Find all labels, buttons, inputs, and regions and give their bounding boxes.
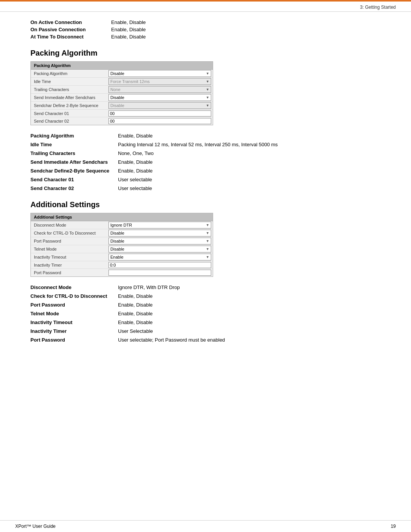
input-inactivity-timer[interactable]: 0:0 <box>108 262 211 268</box>
desc-row-port-password2-desc: Port Password User selectable; Port Pass… <box>30 337 381 343</box>
select-sendchar-define[interactable]: Disable ▼ <box>108 102 211 109</box>
input-port-password[interactable] <box>108 270 211 276</box>
select-port-password-value: Disable <box>110 239 124 243</box>
select-trailing-chars[interactable]: None ▼ <box>108 86 211 93</box>
form-label-send-char-02: Send Character 02 <box>31 118 107 124</box>
page-footer: XPort™ User Guide 19 <box>0 520 411 532</box>
desc-value-packing-algo: Enable, Disable <box>118 133 153 139</box>
additional-settings-form: Additional Settings Disconnect Mode Igno… <box>30 213 213 277</box>
additional-settings-desc-list: Disconnect Mode Ignore DTR, With DTR Dro… <box>30 284 381 343</box>
select-send-immediate-value: Disable <box>110 95 124 100</box>
select-telnet-mode[interactable]: Disable ▼ <box>108 246 211 252</box>
desc-label-inactivity-timeout-desc: Inactivity Timeout <box>30 320 114 325</box>
select-idle-time[interactable]: Force Transmit 12ms ▼ <box>108 78 211 85</box>
form-control-trailing-chars[interactable]: None ▼ <box>107 86 213 93</box>
select-port-password[interactable]: Disable ▼ <box>108 238 211 244</box>
select-disconnect-mode[interactable]: Ignore DTR ▼ <box>108 222 211 228</box>
form-label-disconnect-mode: Disconnect Mode <box>31 222 107 228</box>
select-disconnect-mode-value: Ignore DTR <box>110 223 132 227</box>
select-telnet-mode-arrow: ▼ <box>206 247 209 251</box>
form-control-idle-time[interactable]: Force Transmit 12ms ▼ <box>107 78 213 85</box>
desc-row-telnet-mode-desc: Telnet Mode Enable, Disable <box>30 311 381 316</box>
input-send-char-02-value: 00 <box>110 119 115 123</box>
connection-row-active: On Active Connection Enable, Disable <box>30 19 381 25</box>
form-control-inactivity-timer[interactable]: 0:0 <box>107 262 213 268</box>
form-label-inactivity-timer: Inactivity Timer <box>31 262 107 268</box>
form-row-port-password: Port Password Disable ▼ <box>31 237 213 245</box>
select-packing-algo-arrow: ▼ <box>206 72 209 75</box>
desc-row-inactivity-timeout-desc: Inactivity Timeout Enable, Disable <box>30 320 381 325</box>
form-label-idle-time: Idle Time <box>31 78 107 85</box>
select-trailing-chars-value: None <box>110 87 120 92</box>
form-control-sendchar-define[interactable]: Disable ▼ <box>107 102 213 109</box>
form-row-disconnect-mode: Disconnect Mode Ignore DTR ▼ <box>31 221 213 229</box>
select-disconnect-mode-arrow: ▼ <box>206 223 209 227</box>
form-control-disconnect-mode[interactable]: Ignore DTR ▼ <box>107 221 213 229</box>
packing-algorithm-form: Packing Algorithm Packing Algorithm Disa… <box>30 61 213 125</box>
desc-label-port-password-desc: Port Password <box>30 302 114 308</box>
form-control-send-char-01[interactable]: 00 <box>107 110 213 117</box>
select-inactivity-timeout[interactable]: Enable ▼ <box>108 254 211 260</box>
select-sendchar-define-arrow: ▼ <box>206 104 209 107</box>
desc-value-send-char-02-desc: User selectable <box>118 185 152 191</box>
connection-label-active: On Active Connection <box>30 19 107 25</box>
desc-label-disconnect-mode: Disconnect Mode <box>30 284 114 290</box>
desc-label-telnet-mode-desc: Telnet Mode <box>30 311 114 316</box>
form-label-inactivity-timeout: Inactivity Timeout <box>31 254 107 260</box>
form-row-trailing-chars: Trailing Characters None ▼ <box>31 86 213 94</box>
desc-row-port-password-desc: Port Password Enable, Disable <box>30 302 381 308</box>
desc-value-idle-time: Packing Interval 12 ms, Interval 52 ms, … <box>118 142 278 147</box>
page-header: 3: Getting Started <box>0 2 411 12</box>
form-label-trailing-chars: Trailing Characters <box>31 86 107 93</box>
packing-algorithm-form-header: Packing Algorithm <box>31 62 213 70</box>
desc-value-ctrl-d-desc: Enable, Disable <box>118 293 153 299</box>
form-control-send-char-02[interactable]: 00 <box>107 118 213 125</box>
form-row-packing-algo: Packing Algorithm Disable ▼ <box>31 70 213 78</box>
connection-label-disconnect: At Time To Disconnect <box>30 34 107 40</box>
select-packing-algo[interactable]: Disable ▼ <box>108 70 211 77</box>
select-trailing-chars-arrow: ▼ <box>206 88 209 91</box>
desc-label-packing-algo: Packing Algorithm <box>30 133 114 139</box>
form-label-sendchar-define: Sendchar Define 2-Byte Sequence <box>31 102 107 109</box>
select-send-immediate-arrow: ▼ <box>206 96 209 99</box>
form-control-port-password[interactable]: Disable ▼ <box>107 237 213 245</box>
select-ctrl-d[interactable]: Disable ▼ <box>108 230 211 236</box>
form-row-inactivity-timer: Inactivity Timer 0:0 <box>31 261 213 269</box>
form-control-inactivity-timeout[interactable]: Enable ▼ <box>107 253 213 261</box>
select-packing-algo-value: Disable <box>110 71 124 76</box>
input-send-char-01[interactable]: 00 <box>108 110 211 117</box>
form-row-inactivity-timeout: Inactivity Timeout Enable ▼ <box>31 253 213 261</box>
form-label-port-password: Port Password <box>31 238 107 244</box>
input-send-char-01-value: 00 <box>110 111 115 116</box>
connection-row-passive: On Passive Connection Enable, Disable <box>30 27 381 32</box>
form-row-ctrl-d: Check for CTRL-D To Disconnect Disable ▼ <box>31 229 213 237</box>
form-control-ctrl-d[interactable]: Disable ▼ <box>107 229 213 237</box>
desc-row-inactivity-timer-desc: Inactivity Timer User Selectable <box>30 328 381 334</box>
form-label-send-char-01: Send Character 01 <box>31 110 107 117</box>
desc-value-telnet-mode-desc: Enable, Disable <box>118 311 153 316</box>
additional-settings-title: Additional Settings <box>30 200 381 209</box>
connection-value-passive: Enable, Disable <box>111 27 146 32</box>
desc-label-inactivity-timer-desc: Inactivity Timer <box>30 328 114 334</box>
packing-algorithm-desc-list: Packing Algorithm Enable, Disable Idle T… <box>30 133 381 191</box>
desc-label-send-char-01-desc: Send Character 01 <box>30 177 114 182</box>
additional-settings-form-header: Additional Settings <box>31 213 213 221</box>
form-control-send-immediate[interactable]: Disable ▼ <box>107 94 213 101</box>
select-ctrl-d-value: Disable <box>110 231 124 235</box>
desc-value-send-char-01-desc: User selectable <box>118 177 152 182</box>
select-port-password-arrow: ▼ <box>206 239 209 243</box>
desc-row-sendchar-define2: Sendchar Define2-Byte Sequence Enable, D… <box>30 168 381 174</box>
form-control-packing-algo[interactable]: Disable ▼ <box>107 70 213 77</box>
select-sendchar-define-value: Disable <box>110 103 124 108</box>
form-row-send-immediate: Send Immediate After Sendchars Disable ▼ <box>31 94 213 102</box>
form-row-sendchar-define: Sendchar Define 2-Byte Sequence Disable … <box>31 102 213 110</box>
form-row-send-char-01: Send Character 01 00 <box>31 110 213 117</box>
desc-value-inactivity-timer-desc: User Selectable <box>118 328 153 334</box>
input-send-char-02[interactable]: 00 <box>108 118 211 124</box>
footer-left: XPort™ User Guide <box>15 524 56 529</box>
select-send-immediate[interactable]: Disable ▼ <box>108 94 211 101</box>
form-control-telnet-mode[interactable]: Disable ▼ <box>107 245 213 253</box>
form-control-port-password-input[interactable] <box>107 269 213 276</box>
desc-row-disconnect-mode: Disconnect Mode Ignore DTR, With DTR Dro… <box>30 284 381 290</box>
select-inactivity-timeout-arrow: ▼ <box>206 255 209 259</box>
